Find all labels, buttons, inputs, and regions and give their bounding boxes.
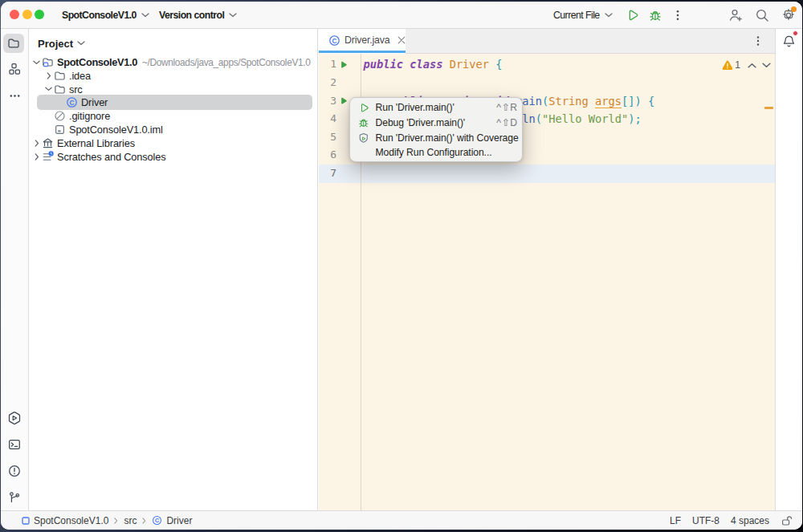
breadcrumb-src[interactable]: src xyxy=(124,515,137,526)
menu-item-modify-run-configuration[interactable]: Modify Run Configuration... xyxy=(350,145,522,160)
indent-widget[interactable]: 4 spaces xyxy=(731,515,769,526)
ide-window: SpotConsoleV1.0 Version control Current … xyxy=(1,2,802,530)
folder-icon xyxy=(54,83,66,95)
menu-item-run-with-coverage[interactable]: Run 'Driver.main()' with Coverage xyxy=(350,130,522,145)
more-actions-button[interactable] xyxy=(671,9,684,22)
run-gutter-icon[interactable] xyxy=(340,55,348,74)
tree-item-label: Scratches and Consoles xyxy=(57,151,165,163)
right-tool-stripe xyxy=(775,29,802,510)
structure-tool-button[interactable] xyxy=(4,59,25,79)
tree-row-src-folder[interactable]: src xyxy=(30,83,317,96)
terminal-tool-button[interactable] xyxy=(4,435,25,454)
tree-item-label: Driver xyxy=(81,96,108,108)
project-folder-icon xyxy=(42,56,54,69)
coverage-icon xyxy=(358,132,370,144)
tree-row-iml-file[interactable]: SpotConsoleV1.0.iml xyxy=(30,123,317,136)
breadcrumb-driver[interactable]: Driver xyxy=(152,515,192,526)
run-button[interactable] xyxy=(626,9,639,22)
chevron-right-icon[interactable] xyxy=(31,140,42,147)
menu-shortcut: ^⇧R xyxy=(496,102,517,113)
project-tool-button[interactable] xyxy=(3,34,24,53)
warning-count: 1 xyxy=(735,59,740,71)
menu-shortcut: ^⇧D xyxy=(496,117,517,128)
breadcrumb-project[interactable]: SpotConsoleV1.0 xyxy=(22,515,108,526)
chevron-right-icon[interactable] xyxy=(31,153,42,160)
vcs-widget[interactable]: Version control xyxy=(159,2,237,29)
run-context-menu: Run 'Driver.main()' ^⇧R Debug 'Driver.ma… xyxy=(349,97,523,162)
settings-button[interactable] xyxy=(781,8,796,22)
code-editor[interactable]: 1 public class Driver { 2 3 public stati… xyxy=(319,54,775,510)
services-tool-button[interactable] xyxy=(4,408,25,428)
tree-row-project-root[interactable]: SpotConsoleV1.0 ~/Downloads/java_apps/Sp… xyxy=(30,55,317,69)
run-configuration-widget[interactable]: Current File xyxy=(553,2,613,29)
module-icon xyxy=(22,517,30,525)
menu-item-run[interactable]: Run 'Driver.main()' ^⇧R xyxy=(350,100,522,116)
line-number: 5 xyxy=(319,128,336,147)
debug-button[interactable] xyxy=(649,9,662,22)
more-tool-windows-button[interactable] xyxy=(4,86,25,105)
scratches-icon xyxy=(42,150,54,163)
class-icon xyxy=(152,515,162,526)
next-problem-icon[interactable] xyxy=(762,63,771,68)
chevron-down-icon xyxy=(229,13,237,18)
line-number: 6 xyxy=(319,146,336,164)
project-widget[interactable]: SpotConsoleV1.0 xyxy=(62,2,149,29)
project-panel-title: Project xyxy=(38,38,73,50)
project-widget-label: SpotConsoleV1.0 xyxy=(62,10,137,21)
tree-row-external-libraries[interactable]: External Libraries xyxy=(30,136,317,150)
version-control-tool-button[interactable] xyxy=(4,488,25,507)
inspection-widget[interactable]: 1 xyxy=(722,59,771,71)
chevron-right-icon[interactable] xyxy=(43,72,54,79)
tree-row-scratches[interactable]: Scratches and Consoles xyxy=(30,150,317,164)
project-tree: SpotConsoleV1.0 ~/Downloads/java_apps/Sp… xyxy=(30,55,317,510)
code-line-2: 2 xyxy=(319,74,775,92)
chevron-down-icon xyxy=(605,13,613,18)
tree-item-label: External Libraries xyxy=(57,137,135,149)
project-panel-header[interactable]: Project xyxy=(38,35,85,51)
notification-badge xyxy=(793,30,798,36)
library-icon xyxy=(42,136,54,149)
line-number: 7 xyxy=(319,164,336,183)
status-bar-right: LF UTF-8 4 spaces xyxy=(670,511,792,530)
active-tab-underline xyxy=(319,51,406,53)
run-configuration-label: Current File xyxy=(553,10,600,21)
class-icon xyxy=(66,96,78,109)
warning-icon xyxy=(722,60,733,71)
code-with-me-button[interactable] xyxy=(728,8,743,22)
line-number: 1 xyxy=(319,55,336,74)
line-number: 3 xyxy=(319,92,336,111)
module-file-icon xyxy=(54,124,66,136)
folder-icon xyxy=(54,69,66,82)
editor-tab-bar: Driver.java xyxy=(319,29,775,54)
main-area: Project SpotConsoleV1.0 ~/Downloads/java… xyxy=(1,29,802,510)
close-tab-icon[interactable] xyxy=(397,36,406,44)
prev-problem-icon[interactable] xyxy=(748,63,756,68)
settings-notification-dot xyxy=(791,6,797,12)
macos-close-button[interactable] xyxy=(10,10,19,19)
warning-scroll-marker[interactable] xyxy=(764,107,773,109)
run-gutter-icon[interactable] xyxy=(340,92,348,111)
title-bar: SpotConsoleV1.0 Version control Current … xyxy=(1,2,802,29)
tree-row-idea-folder[interactable]: .idea xyxy=(30,69,317,83)
menu-item-debug[interactable]: Debug 'Driver.main()' ^⇧D xyxy=(350,116,522,131)
tree-item-label: src xyxy=(69,83,83,95)
breadcrumbs: SpotConsoleV1.0 src Driver xyxy=(22,511,192,530)
class-icon xyxy=(328,35,340,47)
tree-row-driver-class[interactable]: Driver xyxy=(30,95,317,109)
chevron-down-icon[interactable] xyxy=(43,87,54,91)
search-everywhere-button[interactable] xyxy=(755,8,769,22)
tab-title: Driver.java xyxy=(344,35,389,46)
tree-row-gitignore[interactable]: .gitignore xyxy=(30,109,317,123)
encoding-widget[interactable]: UTF-8 xyxy=(692,515,719,526)
chevron-down-icon xyxy=(77,41,85,46)
macos-zoom-button[interactable] xyxy=(35,10,44,19)
code-line-1: 1 public class Driver { xyxy=(319,55,775,74)
chevron-right-icon xyxy=(142,518,146,524)
notifications-button[interactable] xyxy=(779,31,800,51)
macos-minimize-button[interactable] xyxy=(22,10,32,19)
problems-tool-button[interactable] xyxy=(4,461,25,481)
chevron-down-icon[interactable] xyxy=(31,60,42,65)
lock-icon[interactable] xyxy=(781,515,792,526)
tab-options-icon[interactable] xyxy=(752,35,764,47)
line-ending-widget[interactable]: LF xyxy=(670,515,681,526)
